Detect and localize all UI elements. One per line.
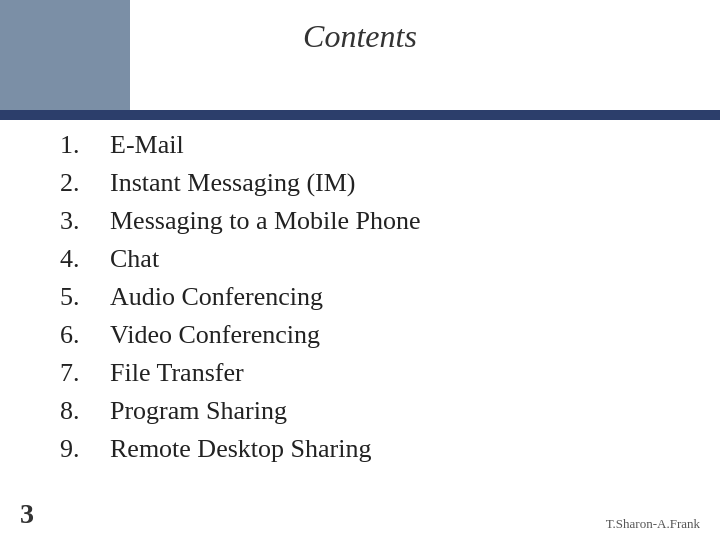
slide: Contents 1.E-Mail2.Instant Messaging (IM… — [0, 0, 720, 540]
list-item-text: Messaging to a Mobile Phone — [110, 206, 421, 236]
list-item: 2.Instant Messaging (IM) — [60, 168, 690, 198]
list-item-number: 7. — [60, 358, 110, 388]
content-area: 1.E-Mail2.Instant Messaging (IM)3.Messag… — [60, 130, 690, 500]
title-area: Contents — [0, 18, 720, 55]
list-item-number: 5. — [60, 282, 110, 312]
list-item: 7.File Transfer — [60, 358, 690, 388]
list-item: 6.Video Conferencing — [60, 320, 690, 350]
title-divider-bar — [0, 110, 720, 120]
list-item-text: E-Mail — [110, 130, 184, 160]
slide-title: Contents — [303, 18, 417, 54]
list-item: 1.E-Mail — [60, 130, 690, 160]
list-item-text: Video Conferencing — [110, 320, 320, 350]
list-item: 9.Remote Desktop Sharing — [60, 434, 690, 464]
list-item-text: File Transfer — [110, 358, 244, 388]
list-item-number: 6. — [60, 320, 110, 350]
list-item-number: 9. — [60, 434, 110, 464]
content-list: 1.E-Mail2.Instant Messaging (IM)3.Messag… — [60, 130, 690, 464]
footer-credit: T.Sharon-A.Frank — [606, 516, 700, 532]
list-item-text: Instant Messaging (IM) — [110, 168, 356, 198]
list-item-number: 3. — [60, 206, 110, 236]
list-item-number: 8. — [60, 396, 110, 426]
list-item-text: Audio Conferencing — [110, 282, 323, 312]
decorative-rect — [0, 0, 130, 110]
list-item-text: Program Sharing — [110, 396, 287, 426]
slide-number: 3 — [20, 498, 34, 530]
list-item-number: 4. — [60, 244, 110, 274]
list-item: 4.Chat — [60, 244, 690, 274]
list-item: 8.Program Sharing — [60, 396, 690, 426]
list-item: 5.Audio Conferencing — [60, 282, 690, 312]
list-item: 3.Messaging to a Mobile Phone — [60, 206, 690, 236]
list-item-number: 2. — [60, 168, 110, 198]
list-item-text: Remote Desktop Sharing — [110, 434, 371, 464]
list-item-number: 1. — [60, 130, 110, 160]
list-item-text: Chat — [110, 244, 159, 274]
